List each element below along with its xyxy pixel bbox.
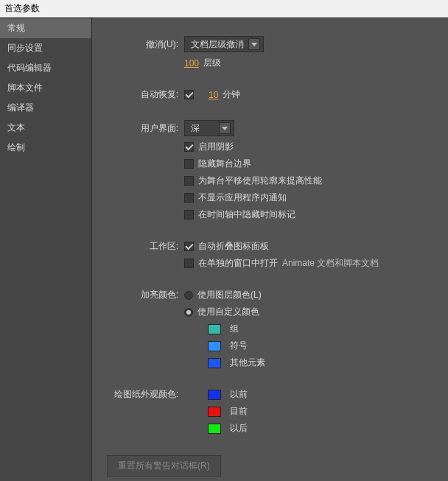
highlight-layer-color-label: 使用图层颜色(L) — [197, 289, 262, 301]
window-title: 首选参数 — [0, 0, 448, 18]
sidebar-item-draw[interactable]: 绘制 — [0, 138, 91, 158]
highlight-layer-color-radio[interactable] — [184, 291, 193, 300]
undo-levels-value[interactable]: 100 — [184, 58, 199, 69]
autorecover-unit: 分钟 — [223, 88, 240, 101]
autorecover-label: 自动恢复: — [99, 88, 184, 101]
highlight-label: 加亮颜色: — [99, 289, 184, 301]
ui-hide-stage-border-label: 隐藏舞台边界 — [198, 158, 251, 170]
swatch-after[interactable] — [208, 424, 221, 434]
reset-warnings-button[interactable]: 重置所有警告对话框(R) — [107, 455, 221, 477]
outline-label: 绘图纸外观颜色: — [99, 388, 184, 401]
ui-hide-timemarks-label: 在时间轴中隐藏时间标记 — [198, 208, 295, 221]
sidebar-item-sync[interactable]: 同步设置 — [0, 38, 91, 58]
sidebar-item-text[interactable]: 文本 — [0, 118, 91, 138]
swatch-group[interactable] — [208, 324, 221, 334]
workspace-separate-window-suffix: Animate 文档和脚本文档 — [282, 257, 379, 270]
ui-pan-outline-label: 为舞台平移使用轮廓来提高性能 — [198, 175, 322, 187]
swatch-symbol-label: 符号 — [230, 340, 248, 352]
swatch-current-label: 目前 — [230, 405, 248, 418]
workspace-separate-window-checkbox[interactable] — [184, 259, 194, 268]
ui-theme-dropdown[interactable]: 深 — [184, 120, 234, 136]
sidebar-item-compiler[interactable]: 编译器 — [0, 98, 91, 118]
sidebar-item-code-editor[interactable]: 代码编辑器 — [0, 58, 91, 78]
swatch-before-label: 以前 — [230, 388, 248, 401]
main: 常规 同步设置 代码编辑器 脚本文件 编译器 文本 绘制 撤消(U): 文档层级… — [0, 18, 448, 481]
swatch-current[interactable] — [208, 407, 221, 417]
workspace-collapse-checkbox[interactable] — [184, 242, 194, 251]
ui-hide-notifications-checkbox[interactable] — [184, 193, 194, 203]
undo-label: 撤消(U): — [99, 38, 184, 51]
content-panel: 撤消(U): 文档层级撤消 100 层级 自动恢复: 10 分 — [92, 18, 448, 481]
workspace-separate-window-label: 在单独的窗口中打开 — [198, 257, 278, 270]
ui-hide-notifications-label: 不显示应用程序内通知 — [198, 192, 287, 204]
ui-label: 用户界面: — [99, 122, 184, 135]
ui-shadow-checkbox[interactable] — [184, 142, 194, 152]
ui-hide-stage-border-checkbox[interactable] — [184, 159, 194, 169]
swatch-group-label: 组 — [230, 323, 239, 335]
swatch-other-label: 其他元素 — [230, 357, 265, 369]
sidebar: 常规 同步设置 代码编辑器 脚本文件 编译器 文本 绘制 — [0, 18, 92, 481]
ui-hide-timemarks-checkbox[interactable] — [184, 210, 194, 220]
autorecover-checkbox[interactable] — [184, 90, 194, 99]
undo-levels-unit: 层级 — [203, 57, 221, 69]
highlight-custom-color-label: 使用自定义颜色 — [197, 306, 259, 318]
workspace-label: 工作区: — [99, 240, 184, 253]
sidebar-item-general[interactable]: 常规 — [0, 18, 91, 38]
swatch-before[interactable] — [208, 390, 221, 400]
undo-dropdown[interactable]: 文档层级撤消 — [184, 36, 264, 52]
swatch-other[interactable] — [208, 358, 221, 368]
highlight-custom-color-radio[interactable] — [184, 308, 193, 317]
swatch-symbol[interactable] — [208, 341, 221, 351]
sidebar-item-script[interactable]: 脚本文件 — [0, 78, 91, 98]
undo-dropdown-value: 文档层级撤消 — [191, 38, 244, 51]
workspace-collapse-label: 自动折叠图标面板 — [198, 240, 269, 253]
ui-theme-value: 深 — [191, 122, 200, 135]
ui-pan-outline-checkbox[interactable] — [184, 176, 194, 186]
autorecover-minutes[interactable]: 10 — [209, 90, 218, 100]
chevron-down-icon — [219, 122, 231, 134]
swatch-after-label: 以后 — [230, 422, 248, 435]
ui-shadow-label: 启用阴影 — [198, 141, 234, 153]
chevron-down-icon — [248, 38, 260, 50]
